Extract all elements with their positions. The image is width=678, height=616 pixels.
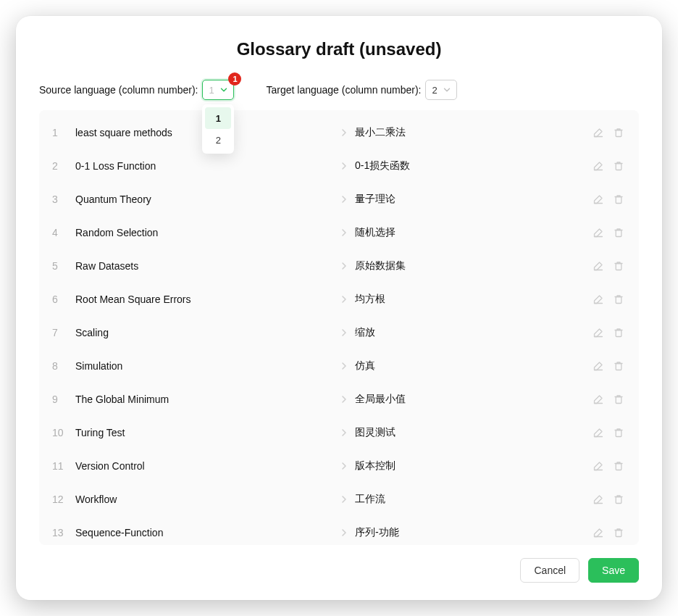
row-actions — [593, 127, 626, 138]
edit-icon[interactable] — [593, 460, 604, 472]
row-actions — [593, 160, 626, 172]
source-language-group: Source language (column number): 1 1 1 2 — [39, 80, 234, 100]
row-index: 5 — [52, 260, 72, 272]
svg-rect-8 — [616, 397, 622, 404]
table-row: 20-1 Loss Function0-1损失函数 — [39, 149, 639, 183]
edit-icon[interactable] — [593, 427, 604, 438]
chevron-right-icon — [333, 195, 355, 204]
row-index: 6 — [52, 294, 72, 305]
cancel-button[interactable]: Cancel — [520, 558, 579, 583]
row-target: 缩放 — [355, 326, 593, 339]
row-index: 3 — [52, 193, 72, 205]
row-target: 随机选择 — [355, 226, 593, 239]
row-actions — [593, 460, 626, 472]
target-language-label: Target language (column number): — [266, 84, 421, 96]
svg-rect-6 — [616, 330, 622, 337]
row-actions — [593, 294, 626, 305]
row-index: 1 — [52, 127, 72, 138]
chevron-right-icon — [333, 395, 355, 404]
edit-icon[interactable] — [593, 360, 604, 372]
delete-icon[interactable] — [613, 394, 624, 405]
delete-icon[interactable] — [613, 160, 624, 172]
chevron-right-icon — [333, 228, 355, 237]
row-target: 量子理论 — [355, 193, 593, 206]
edit-icon[interactable] — [593, 193, 604, 205]
delete-icon[interactable] — [613, 260, 624, 272]
table-row: 8Simulation仿真 — [39, 349, 639, 383]
chevron-right-icon — [333, 262, 355, 270]
table-row: 5Raw Datasets原始数据集 — [39, 249, 639, 283]
table-row: 13Sequence-Function序列-功能 — [39, 516, 639, 545]
edit-icon[interactable] — [593, 260, 604, 272]
table-row: 9The Global Minimum全局最小值 — [39, 383, 639, 416]
source-language-value: 1 — [209, 85, 214, 96]
row-actions — [593, 527, 626, 538]
svg-rect-1 — [616, 164, 622, 170]
svg-rect-7 — [616, 364, 622, 370]
delete-icon[interactable] — [613, 227, 624, 238]
row-source: The Global Minimum — [72, 394, 333, 405]
row-target: 均方根 — [355, 293, 593, 306]
dropdown-option-2[interactable]: 2 — [205, 129, 231, 151]
chevron-right-icon — [333, 495, 355, 504]
row-actions — [593, 193, 626, 205]
delete-icon[interactable] — [613, 460, 624, 472]
delete-icon[interactable] — [613, 527, 624, 538]
source-select-badge: 1 — [228, 72, 241, 86]
save-button[interactable]: Save — [588, 558, 639, 583]
svg-rect-4 — [616, 264, 622, 270]
row-actions — [593, 427, 626, 438]
edit-icon[interactable] — [593, 327, 604, 338]
dropdown-option-1[interactable]: 1 — [205, 107, 231, 129]
edit-icon[interactable] — [593, 160, 604, 172]
svg-rect-12 — [616, 530, 622, 537]
source-language-dropdown: 1 2 — [202, 104, 234, 154]
page-title: Glossary draft (unsaved) — [39, 39, 639, 59]
row-target: 全局最小值 — [355, 393, 593, 406]
delete-icon[interactable] — [613, 327, 624, 338]
chevron-down-icon — [220, 86, 227, 93]
edit-icon[interactable] — [593, 227, 604, 238]
table-row: 11Version Control版本控制 — [39, 449, 639, 483]
row-index: 10 — [52, 427, 72, 438]
svg-rect-5 — [616, 297, 622, 304]
edit-icon[interactable] — [593, 127, 604, 138]
svg-rect-10 — [616, 464, 622, 470]
table-row: 4Random Selection随机选择 — [39, 216, 639, 249]
delete-icon[interactable] — [613, 494, 624, 505]
row-target: 最小二乘法 — [355, 126, 593, 139]
delete-icon[interactable] — [613, 294, 624, 305]
chevron-down-icon — [443, 86, 451, 93]
source-language-label: Source language (column number): — [39, 84, 198, 96]
modal-footer: Cancel Save — [39, 545, 639, 583]
row-source: Scaling — [72, 327, 333, 338]
row-index: 12 — [52, 494, 72, 505]
chevron-right-icon — [333, 428, 355, 437]
delete-icon[interactable] — [613, 360, 624, 372]
delete-icon[interactable] — [613, 127, 624, 138]
delete-icon[interactable] — [613, 193, 624, 205]
edit-icon[interactable] — [593, 394, 604, 405]
target-language-value: 2 — [432, 85, 437, 96]
edit-icon[interactable] — [593, 294, 604, 305]
table-row: 10Turing Test图灵测试 — [39, 416, 639, 449]
chevron-right-icon — [333, 462, 355, 470]
target-language-select[interactable]: 2 — [425, 80, 457, 100]
edit-icon[interactable] — [593, 494, 604, 505]
delete-icon[interactable] — [613, 427, 624, 438]
target-language-group: Target language (column number): 2 — [266, 80, 457, 100]
chevron-right-icon — [333, 295, 355, 304]
edit-icon[interactable] — [593, 527, 604, 538]
svg-rect-11 — [616, 497, 622, 504]
chevron-right-icon — [333, 128, 355, 137]
row-source: Workflow — [72, 494, 333, 505]
row-actions — [593, 394, 626, 405]
chevron-right-icon — [333, 328, 355, 337]
row-source: Quantum Theory — [72, 193, 333, 205]
row-source: Raw Datasets — [72, 260, 333, 272]
svg-rect-2 — [616, 197, 622, 204]
chevron-right-icon — [333, 162, 355, 170]
row-target: 原始数据集 — [355, 259, 593, 272]
svg-rect-0 — [616, 130, 622, 137]
row-actions — [593, 360, 626, 372]
